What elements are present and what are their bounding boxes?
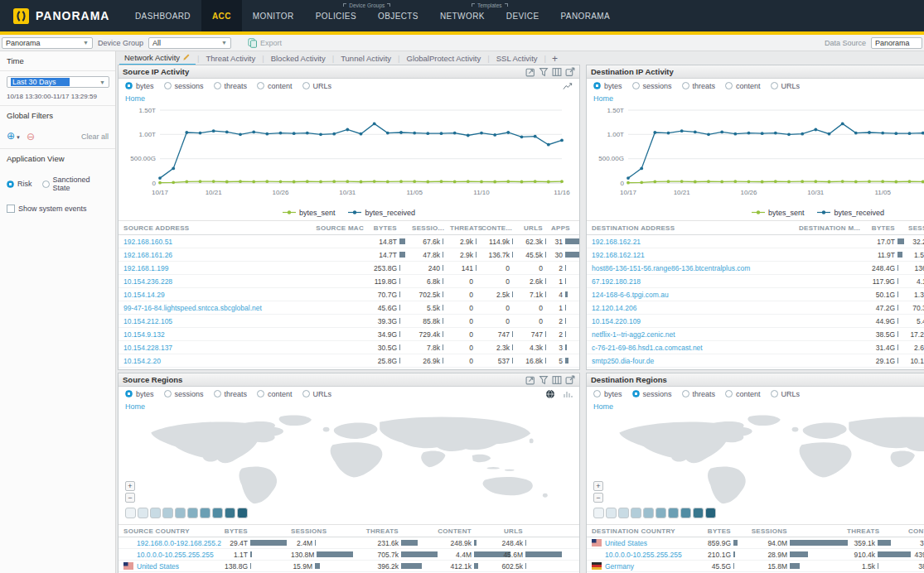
dest-ip-metric-urls[interactable]: URLs — [771, 82, 801, 90]
nav-item-monitor[interactable]: MONITOR — [242, 0, 305, 31]
source-regions-metric-content[interactable]: content — [257, 390, 293, 398]
chart-settings-icon[interactable] — [563, 81, 573, 91]
address-link[interactable]: 10.154.14.29 — [123, 291, 299, 299]
address-link[interactable]: 192.168.162.121 — [592, 251, 789, 259]
filter-panel-icon[interactable] — [539, 375, 549, 385]
open-in-new-window-icon[interactable] — [565, 375, 575, 385]
clear-all-filters-link[interactable]: Clear all — [81, 132, 109, 141]
filter-panel-icon[interactable] — [539, 67, 549, 77]
dest-ip-metric-threats[interactable]: threats — [682, 82, 716, 90]
address-link[interactable]: smtp250.dia-four.de — [592, 357, 789, 365]
remove-filter-button[interactable]: ⊖ — [27, 132, 35, 141]
country-link[interactable]: United States — [605, 539, 647, 547]
tab-tunnel-activity[interactable]: Tunnel Activity — [336, 53, 396, 65]
home-breadcrumb-link[interactable]: Home — [119, 401, 157, 412]
dest-regions-metric-urls[interactable]: URLs — [771, 390, 801, 398]
open-in-new-window-icon[interactable] — [565, 67, 575, 77]
data-source-select[interactable]: Panorama — [871, 37, 922, 49]
address-link[interactable]: 10.154.9.132 — [123, 330, 299, 339]
maximize-panel-icon[interactable] — [525, 375, 535, 385]
metric-value: 149.7M — [908, 370, 924, 371]
address-link[interactable]: netflix-1--tri-agg2.cenic.net — [592, 330, 789, 339]
nav-item-dashboard[interactable]: DASHBOARD — [124, 0, 201, 31]
source-regions-metric-urls[interactable]: URLs — [302, 390, 332, 398]
tab-network-activity[interactable]: Network Activity — [119, 52, 196, 65]
source-regions-metric-sessions[interactable]: sessions — [164, 390, 204, 398]
address-link[interactable]: 10.154.212.105 — [123, 317, 299, 325]
address-link[interactable]: 124-168-6-6.tpgi.com.au — [592, 291, 789, 299]
world-map[interactable] — [590, 412, 924, 506]
dest-ip-metric-sessions[interactable]: sessions — [632, 82, 672, 90]
show-system-events-checkbox[interactable]: Show system events — [7, 205, 109, 213]
value-bar — [250, 540, 287, 546]
address-link[interactable]: host86-136-151-56.range86-136.btcentralp… — [592, 264, 789, 272]
source-regions-metric-threats[interactable]: threats — [214, 390, 248, 398]
address-link[interactable]: 10.154.228.137 — [123, 344, 299, 352]
nav-item-panorama[interactable]: PANORAMA — [549, 0, 621, 31]
address-link[interactable]: 192.168.161.26 — [123, 251, 299, 259]
dest-regions-metric-bytes[interactable]: bytes — [593, 390, 622, 398]
address-link[interactable]: 10.154.220.109 — [592, 317, 789, 325]
dest-regions-metric-content[interactable]: content — [725, 390, 761, 398]
country-link[interactable]: United States — [137, 562, 179, 571]
country-link[interactable]: 10.0.0.0-10.255.255.255 — [137, 551, 214, 559]
bar-chart-view-icon[interactable] — [563, 389, 573, 399]
traffic-line-chart: 1.50T1.00T500.00G010/1710/2110/2610/3111… — [590, 104, 924, 203]
address-link[interactable]: 10.154.236.228 — [123, 277, 299, 286]
add-tab-button[interactable]: + — [548, 53, 562, 65]
dest-ip-metric-bytes[interactable]: bytes — [593, 82, 622, 90]
address-link[interactable]: 10.154.2.20 — [123, 357, 299, 365]
country-link[interactable]: Germany — [605, 562, 634, 571]
map-zoom-out-button[interactable]: − — [593, 493, 603, 503]
address-link[interactable]: 192.168.162.21 — [592, 238, 789, 246]
address-link[interactable]: 12.120.14.206 — [592, 304, 789, 312]
country-link[interactable]: 192.168.0.0-192.168.255.255 — [137, 539, 221, 547]
address-link[interactable]: 99-47-16-84.lightspeed.sntcca.sbcglobal.… — [123, 304, 299, 312]
dest-regions-metric-threats[interactable]: threats — [682, 390, 716, 398]
export-button[interactable]: Export — [248, 38, 282, 48]
world-map[interactable] — [122, 412, 576, 506]
map-zoom-in-button[interactable]: + — [593, 481, 603, 491]
chart-area: 1.50T1.00T500.00G010/1710/2110/2610/3111… — [587, 104, 924, 206]
address-link[interactable]: 67.192.180.218 — [592, 277, 789, 286]
map-zoom-out-button[interactable]: − — [125, 493, 135, 503]
source-regions-metric-bytes[interactable]: bytes — [125, 390, 154, 398]
add-filter-button[interactable]: ⊕▼ — [7, 132, 21, 142]
sanctioned-state-radio[interactable]: Sanctioned State — [42, 176, 109, 192]
value-bar — [512, 291, 513, 297]
source-ip-metric-content[interactable]: content — [257, 82, 293, 90]
context-select[interactable]: Panorama ▼ — [2, 37, 93, 49]
value-bar — [545, 252, 546, 258]
country-link[interactable]: 10.0.0.0-10.255.255.255 — [605, 551, 682, 559]
home-breadcrumb-link[interactable]: Home — [119, 93, 157, 104]
map-zoom-in-button[interactable]: + — [125, 481, 135, 491]
maximize-panel-icon[interactable] — [525, 67, 535, 77]
home-breadcrumb-link[interactable]: Home — [587, 401, 625, 412]
map-view-icon[interactable] — [545, 389, 555, 399]
dest-ip-metric-content[interactable]: content — [725, 82, 761, 90]
metric-cell: 136k — [908, 264, 924, 272]
tab-globalprotect-activity[interactable]: GlobalProtect Activity — [402, 53, 486, 65]
address-link[interactable]: c-76-21-69-86.hsd1.ca.comcast.net — [592, 344, 789, 352]
source-ip-metric-sessions[interactable]: sessions — [164, 82, 204, 90]
metric-selector: bytessessionsthreatscontentURLs — [587, 79, 924, 93]
tab-threat-activity[interactable]: Threat Activity — [201, 53, 261, 65]
address-link[interactable]: 192.168.160.51 — [123, 238, 299, 246]
edit-tab-icon[interactable] — [182, 53, 191, 61]
source-ip-metric-threats[interactable]: threats — [214, 82, 248, 90]
table-view-icon[interactable] — [552, 375, 562, 385]
source-ip-metric-urls[interactable]: URLs — [302, 82, 332, 90]
address-link[interactable]: 192.168.1.199 — [123, 264, 299, 272]
risk-radio[interactable]: Risk — [7, 180, 32, 188]
dest-regions-metric-sessions[interactable]: sessions — [632, 390, 672, 398]
home-breadcrumb-link[interactable]: Home — [587, 93, 625, 104]
source-ip-metric-bytes[interactable]: bytes — [125, 82, 154, 90]
time-range-select[interactable]: Last 30 Days ▼ — [7, 76, 109, 88]
tab-ssl-activity[interactable]: SSL Activity — [491, 53, 543, 65]
device-group-select[interactable]: All ▼ — [148, 37, 231, 49]
nav-item-acc[interactable]: ACC — [201, 0, 242, 31]
tab-blocked-activity[interactable]: Blocked Activity — [266, 53, 331, 65]
metric-cell: 138.8G — [221, 562, 291, 571]
table-view-icon[interactable] — [552, 67, 562, 77]
value-bar — [878, 551, 911, 557]
